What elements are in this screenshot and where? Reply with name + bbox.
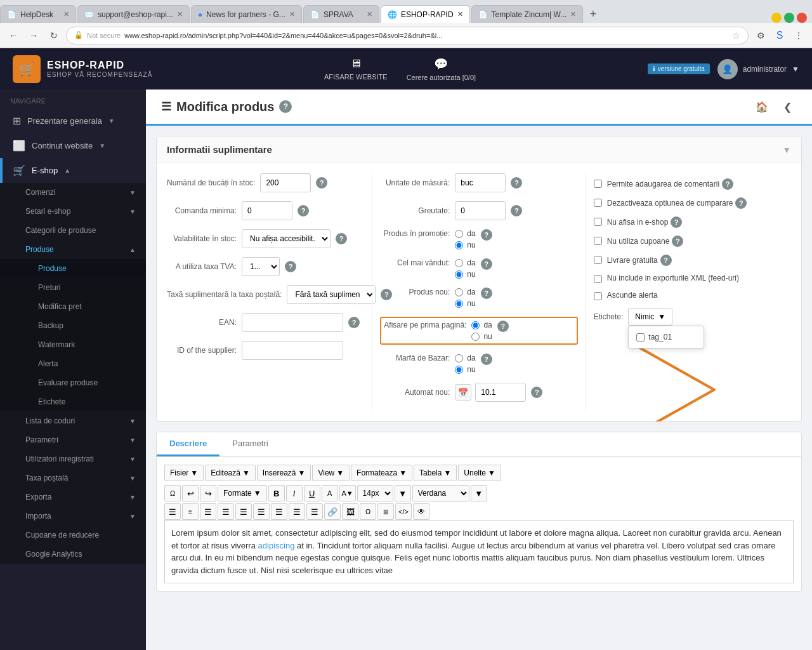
taxa-tva-help-icon[interactable]: ? bbox=[285, 261, 296, 272]
tab-sprava[interactable]: 📄 SPRAVA ✕ bbox=[303, 5, 379, 23]
sidebar-item-cupoane[interactable]: Cupoane de reducere bbox=[0, 526, 146, 545]
sidebar-item-produse[interactable]: Produse bbox=[0, 259, 146, 278]
underline-icon[interactable]: U bbox=[304, 485, 320, 501]
forward-button[interactable]: → bbox=[25, 27, 42, 44]
sidebar-item-importa[interactable]: Importa ▼ bbox=[0, 507, 146, 526]
tab-close[interactable]: ✕ bbox=[289, 10, 295, 18]
minimize-button[interactable] bbox=[771, 13, 782, 23]
sidebar-item-analytics[interactable]: Google Analytics bbox=[0, 545, 146, 564]
calendar-icon[interactable]: 📅 bbox=[455, 384, 471, 401]
nu-afisa-checkbox[interactable] bbox=[594, 218, 602, 226]
greutate-help-icon[interactable]: ? bbox=[511, 205, 522, 216]
hamburger-icon[interactable]: ☰ bbox=[161, 100, 171, 114]
align-center-icon[interactable]: ≡ bbox=[182, 503, 199, 520]
produs-nou-da-radio[interactable] bbox=[455, 288, 463, 296]
livrare-help-icon[interactable]: ? bbox=[660, 255, 672, 266]
sidebar-item-preturi[interactable]: Preturi bbox=[0, 278, 146, 297]
dezactiveaza-help-icon[interactable]: ? bbox=[735, 197, 747, 209]
formate-button[interactable]: Formate ▼ bbox=[218, 485, 267, 501]
link-icon[interactable]: 🔗 bbox=[324, 503, 341, 520]
unitate-help-icon[interactable]: ? bbox=[511, 177, 522, 189]
promotie-da-radio[interactable] bbox=[455, 230, 463, 238]
tab-close[interactable]: ✕ bbox=[367, 10, 372, 18]
source-icon[interactable]: </> bbox=[395, 503, 412, 520]
insereaza-button[interactable]: Inserează ▼ bbox=[257, 465, 311, 481]
formateaza-button[interactable]: Formateaza ▼ bbox=[351, 465, 412, 481]
sidebar-item-continut[interactable]: ⬜ Continut website ▼ bbox=[3, 133, 115, 158]
valabilitate-select[interactable]: Nu afișa accesibilit... bbox=[242, 229, 331, 248]
automat-input[interactable] bbox=[475, 383, 526, 402]
italic-icon[interactable]: I bbox=[286, 485, 303, 501]
maximize-button[interactable] bbox=[784, 13, 794, 23]
ean-input[interactable] bbox=[242, 313, 343, 332]
sidebar-item-lista-coduri[interactable]: Lista de coduri ▼ bbox=[0, 411, 146, 430]
user-area[interactable]: 👤 administrator ▼ bbox=[717, 59, 799, 79]
align-left-icon[interactable]: ☰ bbox=[164, 503, 181, 520]
image-icon[interactable]: 🖼 bbox=[342, 503, 358, 520]
sidebar-item-parametri[interactable]: Parametri ▼ bbox=[0, 430, 146, 449]
table-icon[interactable]: ⊞ bbox=[377, 503, 394, 520]
promotie-nu-radio[interactable] bbox=[455, 241, 463, 249]
back-button[interactable]: ← bbox=[5, 27, 22, 44]
address-bar[interactable]: 🔓 Not secure www.eshop-rapid.ro/admin/sc… bbox=[66, 27, 749, 44]
sidebar-item-alerta[interactable]: Alerta bbox=[0, 354, 146, 373]
redo-icon[interactable]: ↪ bbox=[200, 485, 216, 501]
etichete-button[interactable]: Nimic ▼ bbox=[628, 308, 672, 326]
permite-comentarii-help-icon[interactable]: ? bbox=[722, 178, 733, 190]
font-size-arrow-icon[interactable]: ▼ bbox=[395, 485, 411, 501]
permite-comentarii-checkbox[interactable] bbox=[594, 180, 602, 188]
greutate-input[interactable] bbox=[455, 201, 506, 220]
outdent-icon[interactable]: ☰ bbox=[289, 503, 305, 520]
sidebar-item-prezentare[interactable]: ⊞ Prezentare generala ▼ bbox=[3, 109, 125, 133]
indent-icon[interactable]: ☰ bbox=[306, 503, 323, 520]
sidebar-item-watermark[interactable]: Watermark bbox=[0, 335, 146, 354]
numar-bucati-input[interactable] bbox=[260, 173, 311, 192]
unelte-button[interactable]: Unelte ▼ bbox=[458, 465, 501, 481]
bold-icon[interactable]: B bbox=[268, 485, 285, 501]
tab-parametri[interactable]: Parametri bbox=[219, 432, 280, 456]
tab-close[interactable]: ✕ bbox=[570, 10, 576, 18]
marfa-help-icon[interactable]: ? bbox=[481, 354, 492, 365]
align-right-icon[interactable]: ☰ bbox=[200, 503, 216, 520]
vandut-nu-radio[interactable] bbox=[455, 270, 463, 279]
sidebar-item-utilizatori[interactable]: Utilizatori inregistrati ▼ bbox=[0, 449, 146, 468]
comanda-minima-input[interactable] bbox=[242, 201, 292, 220]
tab-eshop[interactable]: 🌐 ESHOP-RAPID ✕ bbox=[381, 5, 470, 23]
comanda-minima-help-icon[interactable]: ? bbox=[298, 205, 309, 216]
tab-close[interactable]: ✕ bbox=[457, 10, 463, 18]
tab-support[interactable]: ✉️ support@eshop-rapi... ✕ bbox=[77, 5, 190, 23]
taxa-supl-select[interactable]: Fără taxă suplimen... bbox=[287, 285, 376, 304]
sidebar-item-comenzi[interactable]: Comenzi ▼ bbox=[0, 183, 146, 202]
editor-content-area[interactable]: Lorem ipsum dolor sit amet, consectetur … bbox=[164, 520, 794, 583]
automat-help-icon[interactable]: ? bbox=[531, 387, 542, 398]
sidebar-item-evaluare[interactable]: Evaluare produse bbox=[0, 373, 146, 392]
sidebar-item-produse-parent[interactable]: Produse ▲ bbox=[0, 240, 146, 259]
font-family-arrow-icon[interactable]: ▼ bbox=[471, 485, 487, 501]
afisare-help-icon[interactable]: ? bbox=[497, 321, 509, 332]
nu-utiliza-checkbox[interactable] bbox=[594, 237, 602, 245]
afisare-website-button[interactable]: 🖥 AFISARE WEBSITE bbox=[324, 57, 388, 81]
tabela-button[interactable]: Tabela ▼ bbox=[414, 465, 457, 481]
home-button[interactable]: 🏠 bbox=[752, 97, 771, 116]
tab-close[interactable]: ✕ bbox=[177, 10, 183, 18]
fisier-button[interactable]: Fisier ▼ bbox=[164, 465, 204, 481]
highlight-icon[interactable]: A▼ bbox=[339, 485, 356, 501]
ean-help-icon[interactable]: ? bbox=[348, 317, 360, 328]
tab-close[interactable]: ✕ bbox=[63, 10, 69, 18]
sidebar-item-modifica-pret[interactable]: Modifica pret bbox=[0, 297, 146, 316]
cerere-autorizata-button[interactable]: 💬 Cerere autorizata [0/0] bbox=[407, 57, 476, 81]
tag01-checkbox[interactable] bbox=[636, 333, 645, 342]
etichete-option-tag01[interactable]: tag_01 bbox=[632, 330, 700, 344]
sidebar-item-categorii[interactable]: Categorii de produse bbox=[0, 221, 146, 240]
menu-icon[interactable]: ⋮ bbox=[790, 27, 807, 44]
sidebar-item-eshop[interactable]: 🛒 E-shop ▲ bbox=[3, 158, 81, 183]
font-color-icon[interactable]: A bbox=[322, 485, 338, 501]
tab-template[interactable]: 📄 Template Zincum| W... ✕ bbox=[471, 5, 583, 23]
nu-include-checkbox[interactable] bbox=[594, 275, 602, 283]
new-tab-button[interactable]: + bbox=[584, 5, 602, 23]
numar-bucati-help-icon[interactable]: ? bbox=[316, 177, 327, 189]
profile-icon[interactable]: S bbox=[771, 27, 788, 44]
sidebar-item-exporta[interactable]: Exporta ▼ bbox=[0, 488, 146, 507]
editeaza-button[interactable]: Editează ▼ bbox=[205, 465, 256, 481]
supplier-input[interactable] bbox=[242, 341, 343, 360]
